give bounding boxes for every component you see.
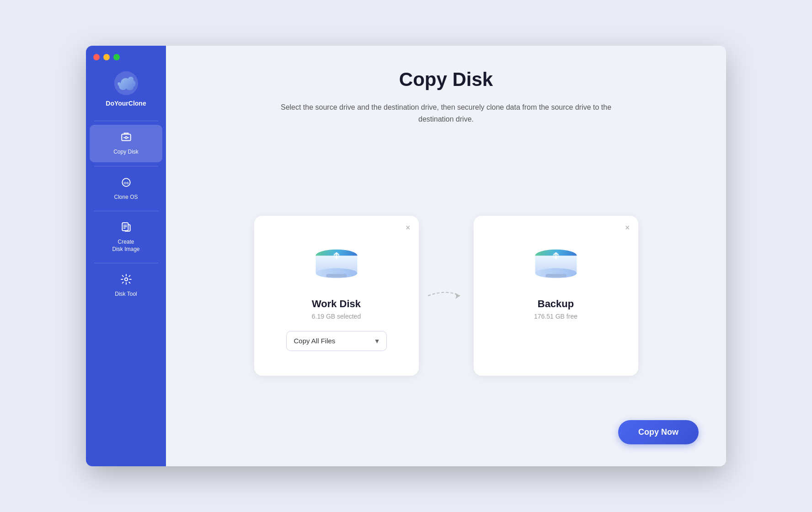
page-title: Copy Disk bbox=[193, 69, 699, 91]
cards-row: × bbox=[193, 148, 699, 443]
sidebar-item-disk-tool[interactable]: Disk Tool bbox=[90, 267, 162, 304]
source-disk-name: Work Disk bbox=[312, 298, 361, 310]
clone-os-icon: OS bbox=[120, 176, 132, 191]
source-disk-icon bbox=[311, 239, 362, 289]
titlebar-dots bbox=[86, 46, 166, 65]
svg-rect-16 bbox=[545, 274, 566, 277]
app-logo bbox=[112, 69, 140, 97]
sidebar-item-copy-disk[interactable]: Copy Disk bbox=[90, 125, 162, 162]
sidebar-divider-2 bbox=[94, 211, 158, 211]
svg-marker-12 bbox=[455, 293, 460, 299]
dest-disk-info: 176.51 GB free bbox=[534, 313, 577, 320]
maximize-dot[interactable] bbox=[113, 54, 120, 60]
svg-rect-1 bbox=[122, 134, 131, 141]
arrow-connector bbox=[419, 287, 474, 305]
main-content: Copy Disk Select the source drive and th… bbox=[166, 46, 726, 466]
sidebar-item-clone-os[interactable]: OS Clone OS bbox=[90, 170, 162, 208]
dest-disk-icon bbox=[531, 239, 581, 289]
app-window: DoYourClone Copy Disk OS bbox=[86, 46, 726, 466]
copy-mode-select[interactable]: Copy All Files Sector by Sector Clone Cu… bbox=[286, 331, 387, 351]
copy-mode-wrapper[interactable]: Copy All Files Sector by Sector Clone Cu… bbox=[286, 331, 387, 351]
svg-rect-10 bbox=[326, 274, 347, 277]
minimize-dot[interactable] bbox=[103, 54, 110, 60]
svg-point-2 bbox=[125, 137, 127, 139]
sidebar-label-create-disk-image: CreateDisk Image bbox=[112, 239, 139, 253]
sidebar-divider-1 bbox=[94, 166, 158, 166]
source-disk-card: × bbox=[254, 216, 419, 376]
page-subtitle: Select the source drive and the destinat… bbox=[268, 101, 625, 125]
sidebar-label-disk-tool: Disk Tool bbox=[115, 291, 137, 298]
sidebar-divider-3 bbox=[94, 263, 158, 263]
app-name-label: DoYourClone bbox=[106, 100, 146, 107]
sidebar: DoYourClone Copy Disk OS bbox=[86, 46, 166, 466]
svg-point-6 bbox=[124, 278, 128, 281]
close-dot[interactable] bbox=[93, 54, 100, 60]
destination-disk-card: × bbox=[474, 216, 638, 376]
copy-now-button[interactable]: Copy Now bbox=[618, 420, 699, 444]
sidebar-label-copy-disk: Copy Disk bbox=[113, 149, 139, 156]
sidebar-divider-top bbox=[94, 121, 158, 121]
sidebar-item-create-disk-image[interactable]: CreateDisk Image bbox=[90, 215, 162, 259]
source-card-close[interactable]: × bbox=[406, 223, 411, 233]
sidebar-label-clone-os: Clone OS bbox=[114, 194, 138, 201]
dest-disk-name: Backup bbox=[538, 298, 574, 310]
dest-card-close[interactable]: × bbox=[625, 223, 630, 233]
svg-text:OS: OS bbox=[123, 181, 128, 185]
copy-disk-icon bbox=[120, 131, 132, 146]
create-disk-image-icon bbox=[120, 221, 132, 236]
disk-tool-icon bbox=[120, 273, 132, 288]
source-disk-info: 6.19 GB selected bbox=[312, 313, 361, 320]
